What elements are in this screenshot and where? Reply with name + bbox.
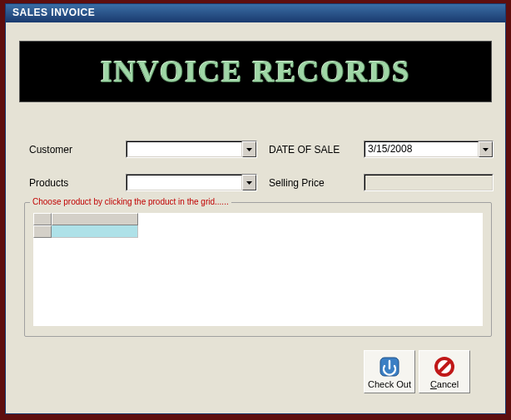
products-combo[interactable]	[126, 174, 257, 191]
products-dropdown-button[interactable]	[242, 175, 256, 190]
products-label: Products	[29, 177, 68, 189]
banner-text: INVOICE RECORDS	[101, 54, 410, 89]
chevron-down-icon	[246, 148, 252, 151]
date-of-sale-value[interactable]: 3/15/2008	[365, 141, 479, 157]
grid-legend: Choose product by clicking the product i…	[30, 197, 231, 206]
cancel-button[interactable]: Cancel	[419, 350, 470, 393]
table-row[interactable]	[33, 225, 483, 238]
product-grid[interactable]	[33, 213, 483, 326]
svg-marker-0	[246, 148, 252, 151]
products-value[interactable]	[127, 175, 242, 190]
checkout-button[interactable]: Check Out	[364, 350, 415, 393]
titlebar: SALES INVOICE	[6, 4, 505, 22]
grid-column-header[interactable]	[52, 213, 138, 225]
chevron-down-icon	[483, 148, 489, 151]
grid-row-header[interactable]	[33, 225, 52, 238]
customer-label: Customer	[29, 144, 72, 156]
banner: INVOICE RECORDS	[19, 41, 492, 102]
chevron-down-icon	[246, 181, 252, 185]
customer-combo[interactable]	[126, 141, 257, 158]
date-of-sale-picker[interactable]: 3/15/2008	[364, 141, 494, 158]
svg-marker-1	[483, 148, 489, 151]
customer-dropdown-button[interactable]	[242, 141, 256, 157]
selling-price-field[interactable]	[364, 174, 494, 191]
date-dropdown-button[interactable]	[479, 141, 493, 157]
checkout-icon	[377, 355, 402, 378]
cancel-icon	[432, 355, 457, 378]
grid-header-row	[33, 213, 483, 225]
window-title: SALES INVOICE	[12, 7, 95, 18]
grid-cell[interactable]	[52, 225, 138, 238]
button-bar: Check Out Cancel	[364, 350, 470, 393]
customer-value[interactable]	[127, 141, 242, 157]
date-of-sale-label: DATE OF SALE	[269, 144, 340, 156]
cancel-label: Cancel	[430, 379, 459, 389]
svg-marker-2	[246, 181, 252, 185]
checkout-label: Check Out	[368, 379, 411, 389]
selling-price-value[interactable]	[365, 175, 493, 190]
product-grid-group: Choose product by clicking the product i…	[24, 202, 492, 337]
grid-corner	[33, 213, 52, 225]
selling-price-label: Selling Price	[269, 177, 325, 189]
sales-invoice-window: SALES INVOICE INVOICE RECORDS Customer D…	[5, 3, 506, 414]
